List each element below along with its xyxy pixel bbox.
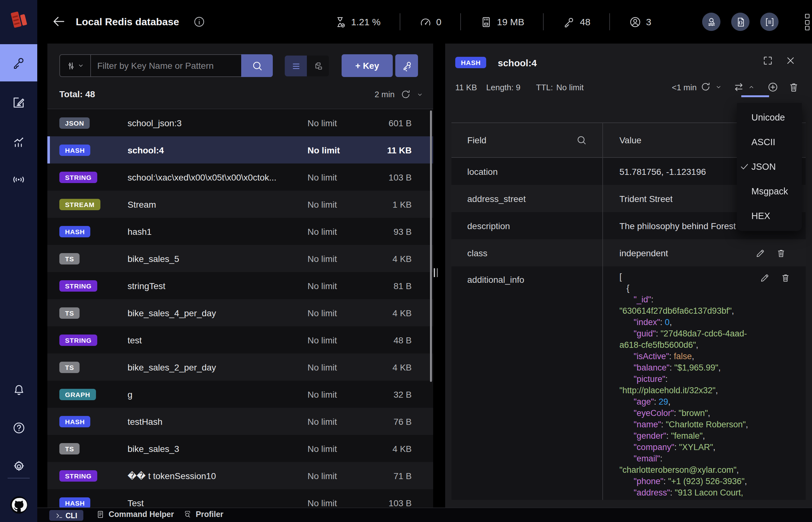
key-ttl: No limit: [308, 172, 368, 182]
sidebar-item-settings[interactable]: [0, 447, 37, 485]
key-name: stringTest: [127, 281, 308, 291]
delete-field-button[interactable]: [776, 248, 786, 258]
format-menu-item[interactable]: HEX: [737, 204, 802, 228]
field-value: The philosophy behind Forest Sc...: [619, 221, 756, 231]
format-selector-button[interactable]: [733, 81, 745, 93]
sidebar-item-help[interactable]: [0, 409, 37, 446]
hourglass-icon: [334, 16, 346, 28]
filter-input[interactable]: [91, 55, 241, 76]
key-ttl: No limit: [308, 254, 368, 263]
detail-refresh-settings[interactable]: [715, 84, 722, 90]
key-size: 76 B: [368, 416, 412, 426]
tutorials-button[interactable]: [760, 13, 778, 31]
key-type-badge: JSON: [59, 117, 90, 128]
key-row[interactable]: HASHhash1No limit93 B: [47, 218, 433, 245]
field-search-button[interactable]: [576, 135, 587, 146]
key-row[interactable]: TSbike_sales_3No limit4 KB: [47, 435, 433, 462]
key-row[interactable]: TSbike_sales_2_per_dayNo limit4 KB: [47, 354, 433, 381]
key-row[interactable]: STRINGtestNo limit48 B: [47, 326, 433, 354]
database-title: Local Redis database: [76, 0, 179, 43]
table-row[interactable]: classindependent: [452, 239, 806, 266]
list-view-toggle[interactable]: [285, 56, 307, 76]
key-row[interactable]: STRINGstringTestNo limit81 B: [47, 272, 433, 299]
refresh-settings-button[interactable]: [417, 91, 423, 98]
field-name: address_street: [452, 185, 602, 212]
add-field-button[interactable]: [767, 81, 778, 93]
key-row[interactable]: GRAPHgNo limit32 B: [47, 381, 433, 408]
key-ttl: No limit: [308, 416, 368, 426]
format-menu-item[interactable]: JSON: [737, 155, 802, 179]
field-name: additional_info: [452, 266, 602, 500]
detail-refresh-button[interactable]: [700, 81, 711, 92]
command-helper-button[interactable]: Command Helper: [96, 510, 174, 519]
sidebar-item-pubsub[interactable]: [0, 161, 37, 198]
delete-field-button[interactable]: [780, 273, 791, 283]
profiler-button[interactable]: Profiler: [183, 510, 223, 519]
key-row[interactable]: TSbike_sales_5No limit4 KB: [47, 245, 433, 272]
keys-icon: [401, 60, 413, 72]
stat-separator: [399, 13, 400, 30]
key-row[interactable]: HASHtestHashNo limit76 B: [47, 408, 433, 435]
format-menu-item[interactable]: ASCII: [737, 130, 802, 155]
bulk-actions-button[interactable]: [395, 54, 418, 77]
field-name: class: [452, 239, 602, 266]
workbench-button[interactable]: [731, 13, 750, 31]
view-toggles: [285, 56, 329, 76]
add-key-button[interactable]: + Key: [342, 54, 393, 77]
back-button[interactable]: [51, 14, 66, 29]
json-value: [ { "_id":"630614f27db6fa6c137d93bf", "i…: [619, 272, 806, 499]
pubsub-icon: [12, 172, 26, 187]
key-type-badge: HASH: [455, 57, 487, 68]
insights-button[interactable]: [702, 13, 720, 31]
delete-key-button[interactable]: [788, 81, 799, 93]
sidebar-item-analytics[interactable]: [0, 123, 37, 160]
format-menu-item[interactable]: Unicode: [737, 105, 802, 130]
stat-clients: 3: [629, 16, 651, 28]
keys-scrollbar[interactable]: [430, 111, 432, 382]
key-name: bike_sales_5: [127, 254, 308, 263]
key-row[interactable]: HASHschool:4No limit11 KB: [47, 136, 433, 163]
key-size: 103 B: [368, 498, 412, 507]
gear-icon: [12, 459, 25, 473]
sidebar-item-notifications[interactable]: [0, 371, 37, 408]
tree-view-toggle[interactable]: [307, 56, 329, 76]
key-name: �� t tokenSession10: [127, 470, 308, 481]
search-button[interactable]: [241, 54, 273, 77]
edit-field-button[interactable]: [759, 273, 770, 283]
detail-header: HASH school:4: [455, 53, 537, 73]
table-row-json[interactable]: additional_info [ { "_id":"630614f27db6f…: [452, 266, 806, 500]
app-sidebar: [0, 0, 37, 522]
key-type-badge: STRING: [59, 334, 97, 346]
edit-field-button[interactable]: [755, 248, 765, 258]
sidebar-divider: [7, 478, 30, 479]
key-name: school:4: [127, 145, 308, 155]
ttl-value[interactable]: No limit: [556, 83, 584, 92]
sidebar-item-browser[interactable]: [0, 44, 37, 81]
key-row[interactable]: STRINGschool:\xac\xed\x00\x05t\x00\x0cto…: [47, 163, 433, 190]
fullscreen-button[interactable]: [762, 55, 773, 66]
key-size: 601 B: [368, 118, 412, 128]
profiler-icon: [183, 510, 192, 519]
refresh-button[interactable]: [400, 89, 411, 100]
sidebar-item-github[interactable]: [0, 486, 37, 522]
filter-type-dropdown[interactable]: [60, 55, 91, 76]
command-helper-label: Command Helper: [108, 510, 174, 519]
key-row[interactable]: HASHTestNo limit103 B: [47, 489, 433, 507]
cli-button[interactable]: CLI: [49, 510, 83, 521]
key-row[interactable]: JSONschool_json:3No limit601 B: [47, 109, 433, 136]
key-size: 48 B: [368, 335, 412, 345]
close-button[interactable]: [785, 55, 796, 66]
key-row[interactable]: TSbike_sales_4_per_dayNo limit4 KB: [47, 299, 433, 326]
key-ttl: No limit: [308, 362, 368, 372]
sidebar-item-workbench[interactable]: [0, 84, 37, 121]
panel-resize-handle[interactable]: [434, 268, 438, 277]
key-type-badge: STRING: [59, 470, 97, 481]
more-menu-button[interactable]: [804, 14, 810, 30]
format-menu-item[interactable]: Msgpack: [737, 179, 802, 204]
info-icon[interactable]: [193, 16, 205, 28]
key-row[interactable]: STREAMStreamNo limit1 KB: [47, 190, 433, 218]
key-row[interactable]: STRING�� t tokenSession10No limit71 B: [47, 462, 433, 489]
key-size: 32 B: [368, 389, 412, 399]
total-keys-label: Total: 48: [59, 89, 95, 99]
filter-group: [59, 54, 273, 77]
